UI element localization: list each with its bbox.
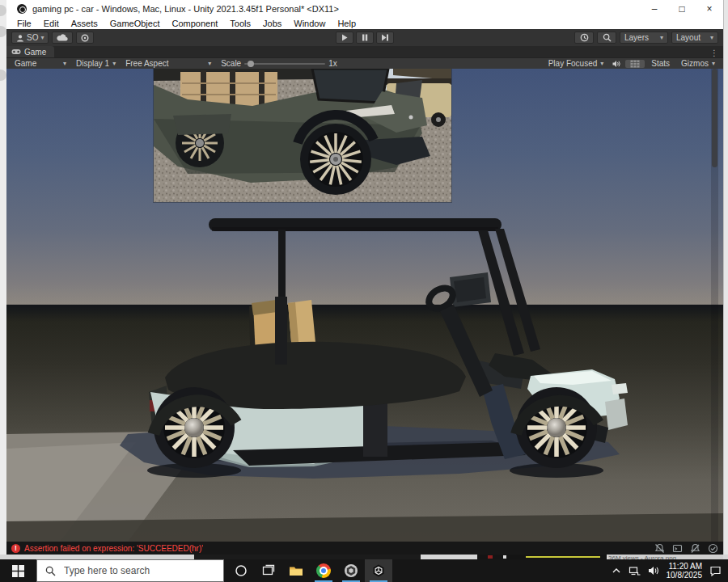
play-button[interactable] xyxy=(336,32,353,44)
account-label: SO xyxy=(27,33,38,42)
file-explorer-icon xyxy=(289,565,303,577)
alerts-icon[interactable] xyxy=(690,543,700,554)
menu-component[interactable]: Component xyxy=(171,19,218,28)
undo-history-button[interactable] xyxy=(574,32,594,44)
menu-assets[interactable]: Assets xyxy=(71,19,98,28)
unity-editor-button[interactable] xyxy=(365,559,392,582)
gizmos-dropdown[interactable]: Gizmos ▾ xyxy=(676,59,720,68)
unity-editor-icon xyxy=(371,563,386,578)
chrome-icon xyxy=(316,563,331,578)
tray-chevron-icon[interactable] xyxy=(612,567,621,575)
scrollbar-thumb[interactable] xyxy=(712,69,717,167)
scale-value: 1x xyxy=(328,59,337,68)
background-window-left-edge xyxy=(0,0,6,559)
vsync-toggle-button[interactable] xyxy=(625,60,645,68)
tray-clock[interactable]: 11:20 AM 10/8/2025 xyxy=(667,562,703,580)
game-view-tab[interactable]: Game xyxy=(6,46,54,57)
file-explorer-button[interactable] xyxy=(282,559,310,582)
cortana-icon xyxy=(235,564,248,577)
background-decoration xyxy=(0,5,6,16)
unity-hub-button[interactable] xyxy=(337,559,365,582)
mute-audio-button[interactable] xyxy=(610,60,624,68)
window-titlebar[interactable]: gaming pc - car - Windows, Mac, Linux - … xyxy=(6,0,723,18)
play-icon xyxy=(341,34,348,41)
unity-main-toolbar: SO ▾ xyxy=(6,29,723,46)
background-fragment xyxy=(503,555,506,559)
layout-label: Layout xyxy=(676,33,700,42)
display-label: Display 1 xyxy=(76,59,109,68)
background-decoration xyxy=(0,70,6,81)
taskbar-search[interactable] xyxy=(36,559,224,582)
stats-label: Stats xyxy=(651,59,670,68)
background-fragment xyxy=(526,556,600,558)
aspect-label: Free Aspect xyxy=(125,59,168,68)
desktop-screen: gaming pc - car - Windows, Mac, Linux - … xyxy=(0,0,728,582)
search-button[interactable] xyxy=(597,32,616,44)
scale-control: Scale 1x xyxy=(216,58,342,69)
game-viewport[interactable] xyxy=(6,69,723,542)
clock-time: 11:20 AM xyxy=(667,562,703,571)
package-manager-button[interactable] xyxy=(76,32,94,44)
console-icon[interactable] xyxy=(672,543,683,554)
view-tabbar: Game ⋮ xyxy=(6,46,723,57)
menu-window[interactable]: Window xyxy=(294,19,325,28)
chevron-down-icon: ▾ xyxy=(208,61,211,67)
unity-hub-icon xyxy=(344,563,358,578)
account-dropdown[interactable]: SO ▾ xyxy=(11,32,49,44)
unity-app-icon xyxy=(17,4,27,14)
menu-tools[interactable]: Tools xyxy=(230,19,251,28)
network-icon[interactable] xyxy=(629,566,641,576)
menu-help[interactable]: Help xyxy=(337,19,356,28)
task-view-icon xyxy=(262,564,275,577)
search-icon xyxy=(603,33,612,42)
start-button[interactable] xyxy=(0,559,36,582)
cloud-services-button[interactable] xyxy=(52,32,73,44)
viewport-scrollbar[interactable] xyxy=(711,69,718,542)
menu-edit[interactable]: Edit xyxy=(44,19,59,28)
speaker-icon xyxy=(612,60,621,68)
view-mode-dropdown[interactable]: Game ▾ xyxy=(10,58,71,69)
pause-icon xyxy=(362,34,368,41)
layout-dropdown[interactable]: Layout ▾ xyxy=(671,32,718,44)
scale-slider[interactable] xyxy=(244,63,325,65)
close-button[interactable]: × xyxy=(696,0,723,18)
notifications-muted-icon[interactable] xyxy=(654,543,665,554)
game-tab-label: Game xyxy=(24,48,46,57)
chevron-down-icon: ▾ xyxy=(660,35,663,41)
step-button[interactable] xyxy=(376,32,394,44)
action-center-icon[interactable] xyxy=(709,565,722,576)
aspect-ratio-dropdown[interactable]: Free Aspect ▾ xyxy=(121,58,216,69)
gamepad-icon xyxy=(11,48,21,55)
display-dropdown[interactable]: Display 1 ▾ xyxy=(71,58,121,69)
play-focused-dropdown[interactable]: Play Focused ▾ xyxy=(544,59,609,68)
tab-options-kebab-icon[interactable]: ⋮ xyxy=(710,48,723,57)
layers-dropdown[interactable]: Layers ▾ xyxy=(620,32,668,44)
unity-editor-window: gaming pc - car - Windows, Mac, Linux - … xyxy=(6,0,723,555)
windows-taskbar: 11:20 AM 10/8/2025 xyxy=(0,559,728,582)
task-view-button[interactable] xyxy=(255,559,282,582)
layers-label: Layers xyxy=(624,33,649,42)
pause-button[interactable] xyxy=(356,32,374,44)
minimize-button[interactable]: – xyxy=(641,0,668,18)
windows-logo-icon xyxy=(12,565,24,577)
cortana-button[interactable] xyxy=(227,559,255,582)
scale-slider-thumb[interactable] xyxy=(248,61,254,67)
error-message[interactable]: Assertion failed on expression: 'SUCCEED… xyxy=(24,544,203,553)
game-view-toolbar: Game ▾ Display 1 ▾ Free Aspect ▾ Scale 1… xyxy=(6,57,723,69)
chrome-button[interactable] xyxy=(310,559,337,582)
search-input[interactable] xyxy=(62,564,212,577)
volume-icon[interactable] xyxy=(648,566,659,576)
maximize-button[interactable]: □ xyxy=(668,0,696,18)
history-clock-icon xyxy=(580,33,589,42)
status-bar[interactable]: ! Assertion failed on expression: 'SUCCE… xyxy=(6,542,723,555)
background-decoration xyxy=(0,26,6,37)
menu-jobs[interactable]: Jobs xyxy=(263,19,281,28)
menu-gameobject[interactable]: GameObject xyxy=(110,19,160,28)
step-icon xyxy=(381,34,389,41)
reference-photo xyxy=(154,69,451,202)
status-ok-icon[interactable] xyxy=(708,543,718,554)
window-title: gaming pc - car - Windows, Mac, Linux - … xyxy=(32,4,339,14)
stats-toggle[interactable]: Stats xyxy=(646,59,675,68)
cloud-icon xyxy=(57,34,68,41)
menu-file[interactable]: File xyxy=(17,19,32,28)
